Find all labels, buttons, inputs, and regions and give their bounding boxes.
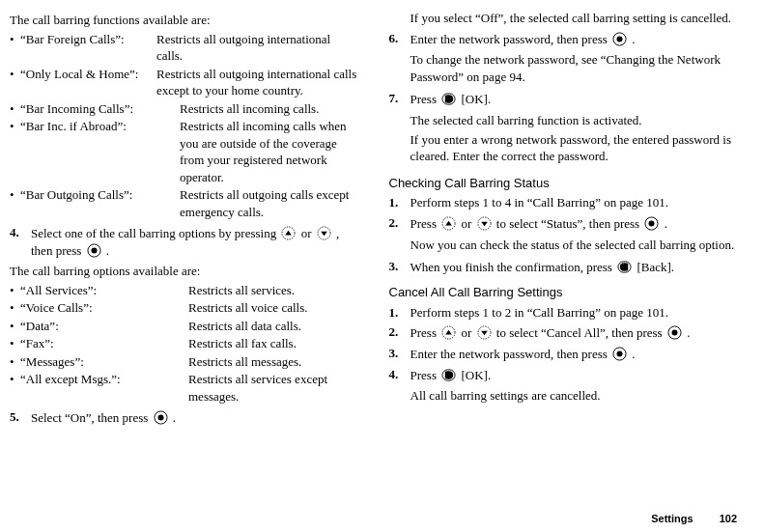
term: “Bar Foreign Calls”: xyxy=(20,32,125,46)
text-dot: . xyxy=(687,325,690,340)
text: Select “On”, then press xyxy=(31,410,152,425)
left-softkey-icon xyxy=(441,92,456,106)
text: Perform steps 1 to 4 in “Call Barring” o… xyxy=(410,194,738,211)
text-or: or xyxy=(301,226,315,240)
text: Press xyxy=(410,368,440,382)
desc: Restricts all services. xyxy=(188,282,358,299)
center-key-icon xyxy=(612,32,627,46)
text-dot: . xyxy=(173,410,176,425)
desc: Restricts all fax calls. xyxy=(188,335,358,352)
term: “All except Msgs.”: xyxy=(20,372,121,386)
opt-messages: • “Messages”: Restricts all messages. xyxy=(10,353,358,371)
func-bar-inc-abroad: • “Bar Inc. if Abroad”: Restricts all in… xyxy=(10,118,358,185)
desc: Restricts all incoming calls when you ar… xyxy=(180,118,358,185)
bullet: • xyxy=(10,32,14,46)
text-dot: . xyxy=(106,244,109,259)
footer-page-number: 102 xyxy=(720,513,737,524)
check-step-2: 2. Press or to select “Status”, then pre… xyxy=(389,214,738,255)
term: “Voice Calls”: xyxy=(20,300,93,315)
term: “All Services”: xyxy=(20,283,97,297)
desc: Restricts all data calls. xyxy=(188,318,358,335)
cancel-step-1: 1. Perform steps 1 to 2 in “Call Barring… xyxy=(389,304,738,322)
text: Press xyxy=(410,216,440,231)
bullet: • xyxy=(10,67,14,81)
off-note: If you select “Off”, the selected call b… xyxy=(410,10,738,27)
center-key-icon xyxy=(644,216,659,231)
text-or: or xyxy=(461,325,474,340)
text-back: [Back]. xyxy=(637,261,674,275)
desc: Restricts all incoming calls. xyxy=(180,100,358,118)
step-7: 7. Press [OK]. The selected call barring… xyxy=(389,90,738,166)
intro-options: The call barring options available are: xyxy=(10,263,358,280)
bullet: • xyxy=(10,283,14,297)
desc: Restricts all outgoing calls except emer… xyxy=(180,186,358,220)
func-bar-incoming: • “Bar Incoming Calls”: Restricts all in… xyxy=(10,100,358,118)
check-step-2-sub: Now you can check the status of the sele… xyxy=(410,237,738,254)
term: “Fax”: xyxy=(20,336,54,350)
func-only-local: • “Only Local & Home”: Restricts all out… xyxy=(10,66,358,99)
check-step-3: 3. When you finish the confirmation, pre… xyxy=(389,258,738,276)
bullet: • xyxy=(10,319,14,333)
down-arrow-icon xyxy=(477,325,492,340)
term: “Bar Incoming Calls”: xyxy=(20,101,133,116)
cancel-step-2: 2. Press or to select “Cancel All”, then… xyxy=(389,323,738,342)
term: “Bar Inc. if Abroad”: xyxy=(20,119,127,133)
step-6: 6. Enter the network password, then pres… xyxy=(389,30,738,88)
text-ok: [OK]. xyxy=(461,368,491,382)
up-arrow-icon xyxy=(281,226,296,240)
text: Enter the network password, then press xyxy=(410,32,611,46)
opt-fax: • “Fax”: Restricts all fax calls. xyxy=(10,335,358,352)
step-number: 6. xyxy=(389,30,410,47)
page-footer: Settings 102 xyxy=(651,512,737,526)
center-key-icon xyxy=(154,410,168,425)
text: Select one of the call barring options b… xyxy=(31,226,279,240)
text: Press xyxy=(410,325,440,340)
heading-check-status: Checking Call Barring Status xyxy=(389,175,738,192)
cancel-step-4: 4. Press [OK]. All call barring settings… xyxy=(389,366,738,406)
step-number: 1. xyxy=(389,304,410,322)
center-key-icon xyxy=(667,325,682,340)
text: Perform steps 1 to 2 in “Call Barring” o… xyxy=(410,304,738,322)
desc: Restricts all voice calls. xyxy=(188,299,358,317)
func-bar-foreign: • “Bar Foreign Calls”: Restricts all out… xyxy=(10,31,358,65)
term: “Only Local & Home”: xyxy=(20,67,138,81)
bullet: • xyxy=(10,372,14,386)
step-7-sub2: If you enter a wrong network password, t… xyxy=(410,131,738,165)
text-or: or xyxy=(461,216,474,231)
term: “Bar Outgoing Calls”: xyxy=(20,187,132,202)
opt-all-except-msgs: • “All except Msgs.”: Restricts all serv… xyxy=(10,371,358,405)
text-dot: . xyxy=(632,32,635,46)
step-number: 1. xyxy=(389,194,410,211)
step-4: 4. Select one of the call barring option… xyxy=(10,224,358,261)
footer-section: Settings xyxy=(651,513,693,524)
step-number: 3. xyxy=(389,345,410,362)
page-columns: The call barring functions available are… xyxy=(10,10,737,429)
opt-data: • “Data”: Restricts all data calls. xyxy=(10,318,358,335)
desc: Restricts all outgoing international cal… xyxy=(156,66,358,99)
right-column: If you select “Off”, the selected call b… xyxy=(389,10,738,429)
func-bar-outgoing: • “Bar Outgoing Calls”: Restricts all ou… xyxy=(10,186,358,220)
text-dot: . xyxy=(665,216,667,231)
term: “Data”: xyxy=(20,319,59,333)
text: Press xyxy=(410,93,440,107)
step-number: 3. xyxy=(389,258,410,275)
step-number: 5. xyxy=(10,408,31,426)
down-arrow-icon xyxy=(477,216,492,231)
bullet: • xyxy=(10,300,14,315)
desc: Restricts all outgoing international cal… xyxy=(156,31,358,65)
step-number: 7. xyxy=(389,90,410,107)
step-number: 4. xyxy=(10,224,31,241)
desc: Restricts all services except messages. xyxy=(188,371,358,405)
text-dot: . xyxy=(632,347,635,361)
right-softkey-icon xyxy=(617,260,632,274)
down-arrow-icon xyxy=(317,226,331,240)
step-5: 5. Select “On”, then press . xyxy=(10,408,358,427)
bullet: • xyxy=(10,119,14,133)
center-key-icon xyxy=(612,347,627,361)
step-6-sub: To change the network password, see “Cha… xyxy=(410,51,738,85)
cancel-step-3: 3. Enter the network password, then pres… xyxy=(389,345,738,363)
text-ok: [OK]. xyxy=(461,93,491,107)
step-number: 4. xyxy=(389,366,410,383)
up-arrow-icon xyxy=(441,325,456,340)
heading-cancel-all: Cancel All Call Barring Settings xyxy=(389,284,738,301)
